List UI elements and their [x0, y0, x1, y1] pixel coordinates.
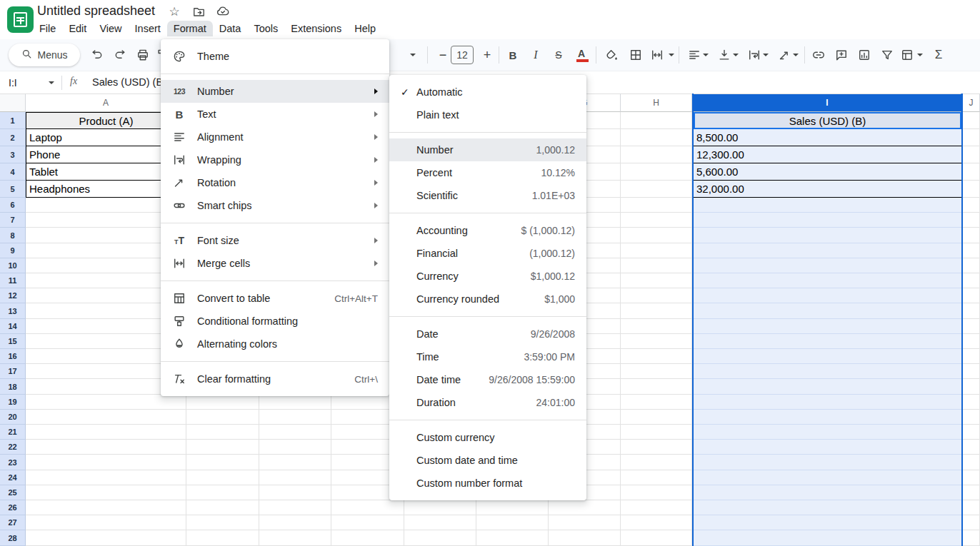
cell-J14[interactable] [963, 319, 980, 334]
format-menu-item-convert-to-table[interactable]: Convert to tableCtrl+Alt+T [161, 287, 389, 310]
menubar-item-file[interactable]: File [33, 21, 62, 36]
cell-C24[interactable] [259, 470, 331, 485]
number-menu-item-accounting[interactable]: Accounting$ (1,000.12) [389, 219, 586, 242]
format-menu-item-theme[interactable]: Theme [161, 45, 389, 68]
row-header-5[interactable]: 5 [0, 181, 26, 198]
cell-H20[interactable] [621, 410, 692, 425]
format-menu-item-number[interactable]: 123Number [161, 80, 389, 103]
row-header-17[interactable]: 17 [0, 364, 26, 379]
number-menu-item-custom-date-and-time[interactable]: Custom date and time [389, 449, 586, 472]
number-menu-item-automatic[interactable]: ✓Automatic [389, 81, 586, 103]
cell-I10[interactable] [694, 258, 961, 273]
cell-J1[interactable] [963, 112, 980, 129]
table-views-caret-icon[interactable] [917, 54, 923, 56]
cell-B24[interactable] [186, 470, 259, 485]
cell-I6[interactable] [694, 198, 961, 213]
cell-H8[interactable] [621, 228, 692, 243]
cell-I7[interactable] [694, 213, 961, 228]
cell-I25[interactable] [694, 485, 961, 500]
cell-C19[interactable] [259, 395, 331, 410]
cell-I23[interactable] [694, 455, 961, 470]
row-header-3[interactable]: 3 [0, 146, 26, 163]
row-header-19[interactable]: 19 [0, 395, 26, 410]
cell-E28[interactable] [404, 530, 476, 545]
cell-E27[interactable] [404, 515, 476, 530]
row-header-10[interactable]: 10 [0, 258, 26, 273]
horizontal-align-icon[interactable] [684, 44, 704, 66]
cell-I8[interactable] [694, 228, 961, 243]
cell-A27[interactable] [26, 515, 186, 530]
insert-chart-icon[interactable] [854, 44, 874, 66]
cell-A21[interactable] [26, 425, 186, 440]
table-views-icon[interactable] [897, 44, 917, 66]
menubar-item-format[interactable]: Format [167, 21, 213, 36]
row-header-12[interactable]: 12 [0, 288, 26, 303]
cell-H17[interactable] [621, 364, 692, 379]
cell-H5[interactable] [621, 181, 692, 198]
cell-J8[interactable] [963, 228, 980, 243]
cell-C20[interactable] [259, 410, 331, 425]
format-menu-item-merge-cells[interactable]: Merge cells [161, 252, 389, 275]
cell-F26[interactable] [476, 500, 549, 515]
cell-H4[interactable] [621, 163, 692, 181]
format-menu-item-font-size[interactable]: TTFont size [161, 229, 389, 252]
cell-H27[interactable] [621, 515, 692, 530]
cell-H28[interactable] [621, 530, 692, 545]
cell-J3[interactable] [963, 146, 980, 163]
cell-E26[interactable] [404, 500, 476, 515]
cell-I15[interactable] [694, 334, 961, 349]
format-menu-item-wrapping[interactable]: Wrapping [161, 148, 389, 171]
cloud-saved-icon[interactable] [216, 4, 230, 19]
cell-H12[interactable] [621, 288, 692, 303]
cell-H9[interactable] [621, 243, 692, 258]
text-wrap-caret-icon[interactable] [763, 54, 769, 56]
format-menu-item-alternating-colors[interactable]: Alternating colors [161, 333, 389, 355]
cell-I26[interactable] [694, 500, 961, 515]
text-rotation-icon[interactable] [774, 44, 794, 66]
cell-H6[interactable] [621, 198, 692, 213]
number-menu-item-date[interactable]: Date9/26/2008 [389, 323, 586, 345]
format-menu-item-alignment[interactable]: Alignment [161, 126, 389, 148]
row-header-2[interactable]: 2 [0, 129, 26, 146]
cell-J23[interactable] [963, 455, 980, 470]
cell-H7[interactable] [621, 213, 692, 228]
undo-icon[interactable] [87, 44, 107, 66]
italic-icon[interactable]: I [526, 44, 546, 66]
cell-B23[interactable] [186, 455, 259, 470]
cell-J7[interactable] [963, 213, 980, 228]
cell-J2[interactable] [963, 129, 980, 146]
menubar-item-data[interactable]: Data [213, 21, 248, 36]
borders-icon[interactable] [626, 44, 646, 66]
cell-A24[interactable] [26, 470, 186, 485]
cell-C27[interactable] [259, 515, 331, 530]
print-icon[interactable] [133, 44, 153, 66]
cell-H16[interactable] [621, 349, 692, 364]
decrease-font-size-icon[interactable]: − [433, 44, 453, 66]
cell-I27[interactable] [694, 515, 961, 530]
cell-J16[interactable] [963, 349, 980, 364]
cell-H19[interactable] [621, 395, 692, 410]
sheets-logo-icon[interactable] [7, 6, 34, 33]
cell-J17[interactable] [963, 364, 980, 379]
cell-J13[interactable] [963, 303, 980, 318]
cell-J15[interactable] [963, 334, 980, 349]
cell-A22[interactable] [26, 440, 186, 455]
cell-D28[interactable] [331, 530, 404, 545]
format-menu-item-conditional-formatting[interactable]: Conditional formatting [161, 310, 389, 333]
menubar-item-view[interactable]: View [93, 21, 128, 36]
cell-C25[interactable] [259, 485, 331, 500]
redo-icon[interactable] [110, 44, 130, 66]
number-menu-item-time[interactable]: Time3:59:00 PM [389, 345, 586, 368]
cell-I18[interactable] [694, 379, 961, 394]
row-header-6[interactable]: 6 [0, 198, 26, 213]
column-header-H[interactable]: H [621, 93, 692, 112]
cell-D26[interactable] [331, 500, 404, 515]
cell-J5[interactable] [963, 181, 980, 198]
functions-icon[interactable]: Σ [929, 44, 949, 66]
horizontal-align-caret-icon[interactable] [703, 54, 709, 56]
cell-D27[interactable] [331, 515, 404, 530]
number-menu-item-duration[interactable]: Duration24:01:00 [389, 391, 586, 414]
cell-I9[interactable] [694, 243, 961, 258]
cell-H3[interactable] [621, 146, 692, 163]
format-menu-item-text[interactable]: BText [161, 103, 389, 126]
